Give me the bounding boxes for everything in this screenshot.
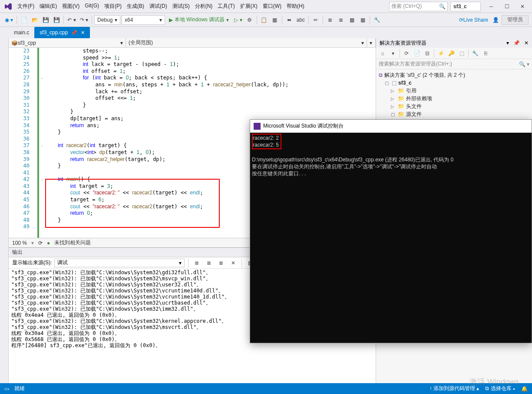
sol-tb-icon[interactable]: 🔑 <box>446 49 456 58</box>
platform-value: x64 <box>125 17 133 23</box>
minimize-button[interactable]: ─ <box>483 0 499 13</box>
menu-item[interactable]: 测试(S) <box>170 1 192 12</box>
titlebar: 文件(F)编辑(E)视图(V)Git(G)项目(P)生成(B)调试(D)测试(S… <box>0 0 532 13</box>
output-source-label: 显示输出来源(S): <box>12 259 52 266</box>
file-tabs: main.csf3_cpp.cpp📌✕ <box>0 27 532 38</box>
maximize-button[interactable]: ☐ <box>499 0 515 13</box>
solution-name-box[interactable]: sf3_c <box>450 2 481 11</box>
tb-icon[interactable]: ⚙ <box>245 15 254 25</box>
tree-node[interactable]: ▢📁 源文件 <box>379 110 529 118</box>
tree-solution-root[interactable]: ⧉ 解决方案 'sf3_c' (2 个项目, 共 2 个) <box>379 71 529 79</box>
save-icon[interactable]: 💾 <box>41 15 50 25</box>
issues-label: 未找到相关问题 <box>54 239 91 246</box>
menu-item[interactable]: 项目(P) <box>102 1 124 12</box>
run-debug-button[interactable]: ▶ 本地 Windows 调试器 ▾ <box>166 16 231 23</box>
menu-item[interactable]: 工具(T) <box>215 1 237 12</box>
out-tb-icon[interactable]: ✕ <box>228 258 238 268</box>
undo-button[interactable]: ↶ ▾ <box>66 15 77 25</box>
menu-item[interactable]: 扩展(X) <box>238 1 260 12</box>
console-output-highlight: racecar2: 2 racecar2: 5 <box>252 134 281 149</box>
nav-icon[interactable]: ⟳ <box>38 240 43 246</box>
status-ready: 就绪 <box>14 385 25 392</box>
tree-node[interactable]: ▷📁 引用 <box>379 87 529 95</box>
liveshare-label: Live Share <box>463 17 488 23</box>
sol-tb-icon[interactable]: 🔧 <box>470 49 480 58</box>
tb-icon[interactable]: ≣ <box>336 15 346 25</box>
file-tab[interactable]: sf3_cpp.cpp📌✕ <box>34 27 90 38</box>
search-input[interactable]: 搜索 (Ctrl+Q) 🔍 <box>389 2 448 11</box>
sol-tb-icon[interactable]: ⌂ <box>378 49 387 58</box>
scope-selector: 📦 sf3_cpp▾ (全局范围)▾ ▾ <box>9 38 376 48</box>
tree-project[interactable]: ▢⬚ sf3_c <box>379 79 529 87</box>
console-body[interactable]: racecar2: 2 racecar2: 5 D:\mysetup\gopat… <box>250 133 532 343</box>
close-button[interactable]: ✕ <box>515 0 530 13</box>
out-tb-icon[interactable]: ≣ <box>204 258 214 268</box>
sol-tb-icon[interactable]: ⬚ <box>457 49 466 58</box>
sol-tb-icon[interactable]: ⚡ <box>436 49 446 58</box>
output-source-combo[interactable]: 调试▾ <box>54 259 185 267</box>
menu-item[interactable]: 编辑(E) <box>37 1 59 12</box>
tree-project-label: sf3_c <box>398 80 412 86</box>
new-item-icon[interactable]: 📄 <box>19 15 29 25</box>
scope-extra[interactable]: ▾ <box>367 38 376 47</box>
redo-button[interactable]: ↷ ▾ <box>79 15 89 25</box>
liveshare-button[interactable]: ⟳ Live Share <box>458 15 489 25</box>
tb-icon[interactable]: ⬌ <box>284 15 294 25</box>
tree-node[interactable]: ▷📁 外部依赖项 <box>379 95 529 102</box>
run-label: 本地 Windows 调试器 <box>175 16 225 23</box>
console-titlebar[interactable]: Microsoft Visual Studio 调试控制台 <box>250 120 532 133</box>
menu-item[interactable]: Git(G) <box>82 1 102 12</box>
menu-item[interactable]: 视图(V) <box>59 1 82 12</box>
menu-item[interactable]: 文件(F) <box>15 1 37 12</box>
platform-combo[interactable]: x64▾ <box>122 15 165 25</box>
scope-function[interactable]: (全局范围)▾ <box>126 38 367 47</box>
solution-tree[interactable]: ⧉ 解决方案 'sf3_c' (2 个项目, 共 2 个) ▢⬚ sf3_c ▷… <box>376 69 532 120</box>
notification-icon[interactable]: 🔔 <box>521 386 528 392</box>
back-button[interactable]: ◉ ▾ <box>3 15 14 25</box>
run-no-debug-button[interactable]: ▷ ▾ <box>233 15 243 25</box>
line-numbers: 2324252627282930313233343536373839404142… <box>9 48 33 238</box>
console-title: Microsoft Visual Studio 调试控制台 <box>263 122 344 130</box>
zoom-level[interactable]: 100 % <box>12 240 27 246</box>
menu-item[interactable]: 生成(B) <box>124 1 147 12</box>
sol-tb-icon[interactable]: ⎘ <box>481 49 490 58</box>
solution-search[interactable]: 搜索解决方案资源管理器(Ctrl+;) 🔍 ▾ <box>376 59 532 69</box>
sol-tb-icon[interactable]: ▾ <box>388 49 398 58</box>
menu-item[interactable]: 窗口(W) <box>260 1 284 12</box>
tb-icon[interactable]: ▦ <box>270 15 280 25</box>
save-all-icon[interactable]: 💾 <box>52 15 61 25</box>
scope-project[interactable]: 📦 sf3_cpp▾ <box>9 38 126 47</box>
tb-icon[interactable]: ▦ <box>358 15 367 25</box>
console-icon <box>254 123 261 130</box>
tb-icon[interactable]: 🔧 <box>372 15 382 25</box>
tb-icon[interactable]: ▦ <box>347 15 357 25</box>
menu-item[interactable]: 帮助(H) <box>284 1 307 12</box>
menu-item[interactable]: 调试(D) <box>147 1 170 12</box>
sol-tb-icon[interactable]: 📄 <box>412 49 422 58</box>
out-tb-icon[interactable]: ≣ <box>216 258 226 268</box>
config-combo[interactable]: Debug▾ <box>94 15 120 25</box>
solution-header: 解决方案资源管理器 ▾ 📌 ✕ <box>376 38 532 48</box>
tb-icon[interactable]: abc <box>295 15 306 25</box>
menu-item[interactable]: 分析(N) <box>192 1 215 12</box>
account-icon[interactable]: 👤 <box>491 15 500 25</box>
statusbar: ▭ 就绪 ↑ 添加到源代码管理 ▴ ⧉ 选择仓库 ▴ 🔔 <box>0 383 532 394</box>
out-tb-icon[interactable]: ≣ <box>192 258 202 268</box>
fold-gutter[interactable]: --- <box>39 48 45 238</box>
solution-search-placeholder: 搜索解决方案资源管理器(Ctrl+;) <box>379 60 452 68</box>
open-icon[interactable]: 📂 <box>30 15 40 25</box>
sol-tb-icon[interactable]: ⊟ <box>423 49 432 58</box>
windows-watermark: 激活 Windows <box>469 377 519 387</box>
debug-console-window[interactable]: Microsoft Visual Studio 调试控制台 racecar2: … <box>250 119 532 343</box>
tb-icon[interactable]: ≣ <box>325 15 335 25</box>
left-rail <box>0 38 9 394</box>
search-placeholder: 搜索 (Ctrl+Q) <box>391 3 422 10</box>
file-tab[interactable]: main.c <box>9 27 34 38</box>
tb-icon[interactable]: 📋 <box>259 15 269 25</box>
menubar: 文件(F)编辑(E)视图(V)Git(G)项目(P)生成(B)调试(D)测试(S… <box>15 1 307 12</box>
admin-badge: 管理员 <box>502 15 529 25</box>
tb-icon[interactable]: ✏ <box>311 15 321 25</box>
sol-tb-icon[interactable]: ⟳ <box>402 49 411 58</box>
tree-node[interactable]: ▷📁 头文件 <box>379 102 529 110</box>
ok-icon: ● <box>47 240 50 246</box>
